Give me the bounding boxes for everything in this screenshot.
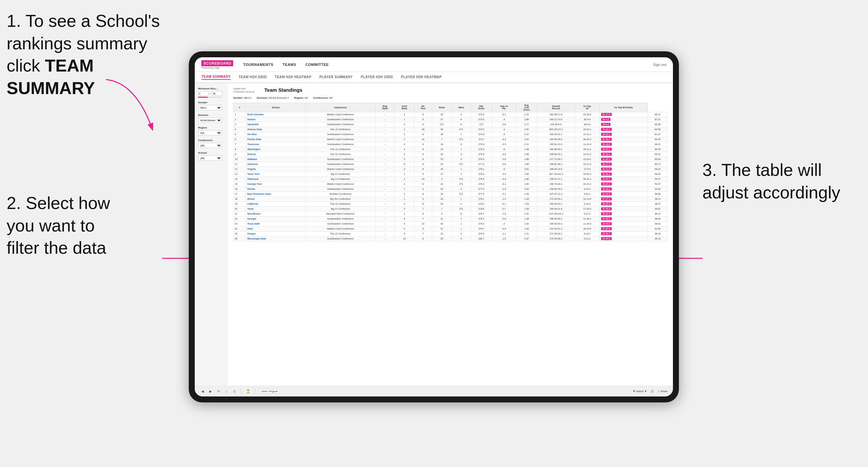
table-cell-10-14: 60.71 bbox=[648, 162, 668, 166]
toolbar-copy-icon[interactable]: ⎙ bbox=[232, 389, 237, 394]
table-cell-22-0: 23 bbox=[234, 221, 246, 226]
table-cell-3-10: 2.52 bbox=[516, 127, 537, 132]
table-cell-25-14: 38.13 bbox=[648, 236, 668, 241]
logo-label: SCOREBOARD bbox=[203, 61, 231, 65]
table-cell-23-10: 1.39 bbox=[516, 226, 537, 231]
score-badge: 23-16-2 bbox=[601, 192, 612, 195]
table-cell-24-11: 271 66-42-1 bbox=[537, 231, 575, 236]
table-title: Team Standings bbox=[264, 87, 302, 93]
table-cell-12-8: 276.0 bbox=[471, 172, 492, 177]
table-cell-18-12: 9-14-0 bbox=[575, 201, 599, 206]
table-cell-4-6: 18 bbox=[432, 132, 452, 137]
toolbar-back-icon[interactable]: ◀ bbox=[200, 389, 205, 394]
table-cell-6-4: 4 bbox=[395, 142, 414, 147]
table-cell-16-7: 271 bbox=[452, 191, 471, 196]
tab-player-h2h-heatmap[interactable]: PLAYER H2H HEATMAP bbox=[401, 75, 442, 80]
division-filter-label: Division: NCAA Division I bbox=[257, 96, 289, 99]
table-cell-1-13: 54-4-0 bbox=[599, 117, 648, 122]
filter-division-select[interactable]: NCAA Division I bbox=[198, 118, 222, 123]
tab-player-summary[interactable]: PLAYER SUMMARY bbox=[319, 75, 353, 80]
table-cell-7-5: 8 bbox=[414, 147, 432, 152]
toolbar-forward-icon[interactable]: ▶ bbox=[208, 389, 213, 394]
table-cell-13-10: 1.80 bbox=[516, 177, 537, 182]
nav-committee[interactable]: COMMITTEE bbox=[305, 63, 329, 67]
table-cell-19-13: 33-38-4 bbox=[599, 206, 648, 211]
tab-team-h2h-heatmap[interactable]: TEAM H2H HEATMAP bbox=[275, 75, 312, 80]
filter-region-label: Region bbox=[198, 126, 224, 129]
view-original-button[interactable]: View: Original bbox=[259, 389, 280, 394]
table-cell-12-6: 27 bbox=[432, 172, 452, 177]
table-row: 9ArizonaPac-12 Conference-28234276.3-4.6… bbox=[234, 152, 668, 157]
toolbar-home-icon[interactable]: ⌂ bbox=[224, 389, 229, 394]
toolbar-sep-2 bbox=[255, 389, 255, 394]
logo-area: SCOREBOARD Powered by clippi bbox=[202, 60, 233, 69]
filter-division-label: Division bbox=[198, 114, 224, 117]
table-cell-1-0: 2 bbox=[234, 117, 246, 122]
main-content: Minimum Rou... – Gender Men's bbox=[195, 83, 673, 386]
table-cell-25-11: 270 60-39-2 bbox=[537, 236, 575, 241]
col-avg-low: Avg.LowScore bbox=[516, 103, 537, 112]
table-cell-20-14: 46.14 bbox=[648, 211, 668, 216]
col-vs-top50-points: Vs Top 50 Points bbox=[599, 103, 648, 112]
table-cell-22-10: 1.30 bbox=[516, 221, 537, 226]
filter-conference-select[interactable]: (All) bbox=[198, 143, 222, 148]
table-cell-6-11: 265 61-21-0 bbox=[537, 142, 575, 147]
toolbar-clock-icon[interactable]: ⏳ bbox=[245, 389, 251, 394]
table-cell-25-8: 280.7 bbox=[471, 236, 492, 241]
table-cell-6-12: 11-19-0 bbox=[575, 142, 599, 147]
score-badge: 63-17-0 bbox=[601, 113, 612, 116]
tab-team-summary[interactable]: TEAM SUMMARY bbox=[202, 75, 230, 80]
table-cell-12-9: -3.5 bbox=[492, 172, 516, 177]
table-row: 13Texas TechBig 12 Conference-19272276.0… bbox=[234, 172, 668, 177]
table-cell-16-6: 24 bbox=[432, 191, 452, 196]
table-cell-20-11: 215 109-24-2 bbox=[537, 211, 575, 216]
nav-tournaments[interactable]: TOURNAMENTS bbox=[243, 63, 273, 67]
filter-min-input[interactable] bbox=[198, 91, 209, 96]
filter-school-select[interactable]: (All) bbox=[198, 155, 222, 161]
table-cell-11-1: Virginia bbox=[246, 166, 306, 172]
table-cell-3-5: 26 bbox=[414, 127, 432, 132]
watch-button[interactable]: 👁 Watch ▼ bbox=[633, 390, 647, 393]
toolbar-refresh-icon[interactable]: ↻ bbox=[216, 389, 221, 394]
filter-max-input[interactable] bbox=[212, 91, 222, 96]
table-cell-10-9: -3.8 bbox=[492, 162, 516, 166]
table-cell-13-1: Oklahoma bbox=[246, 177, 306, 182]
table-cell-22-8: 279.3 bbox=[471, 221, 492, 226]
tab-player-h2h-grid[interactable]: PLAYER H2H GRID bbox=[361, 75, 393, 80]
table-cell-2-6: 271 bbox=[432, 122, 452, 127]
filter-gender-select[interactable]: Men's bbox=[198, 105, 222, 110]
col-avg-to-par: Avg. toPar bbox=[492, 103, 516, 112]
sign-out-link[interactable]: Sign out bbox=[653, 63, 666, 67]
table-cell-10-1: Arkansas bbox=[246, 162, 306, 166]
table-row: 6Florida StateAtlantic Coast Conference-… bbox=[234, 137, 668, 142]
table-cell-10-5: 8 bbox=[414, 162, 432, 166]
table-cell-5-11: 264 95-29-2 bbox=[537, 137, 575, 142]
table-cell-22-4: 9 bbox=[395, 221, 414, 226]
filter-gender: Gender Men's bbox=[198, 101, 224, 110]
table-cell-20-6: 9 bbox=[432, 211, 452, 216]
share-button[interactable]: ⇧ Share bbox=[658, 390, 668, 393]
filter-region-select[interactable]: N/A bbox=[198, 130, 222, 135]
nav-teams[interactable]: TEAMS bbox=[282, 63, 296, 67]
table-cell-13-4: 2 bbox=[395, 177, 414, 182]
table-cell-25-9: -1.8 bbox=[492, 236, 516, 241]
table-cell-8-12: 14-21-0 bbox=[575, 152, 599, 157]
table-cell-8-4: 2 bbox=[395, 152, 414, 157]
table-cell-14-0: 15 bbox=[234, 182, 246, 186]
table-cell-15-4: 7 bbox=[395, 186, 414, 191]
table-cell-8-13: 39-23-1 bbox=[599, 152, 648, 157]
table-cell-2-3: - bbox=[375, 122, 395, 127]
table-cell-4-0: 5 bbox=[234, 132, 246, 137]
toolbar-grid-icon[interactable]: ☷ bbox=[650, 389, 655, 394]
table-cell-24-6: 21 bbox=[432, 231, 452, 236]
tab-team-h2h-grid[interactable]: TEAM H2H GRID bbox=[239, 75, 267, 80]
table-cell-3-9: -4 bbox=[492, 127, 516, 132]
score-badge: 33-44-3 bbox=[601, 222, 612, 225]
table-cell-11-5: 8 bbox=[414, 166, 432, 172]
table-cell-9-6: 23 bbox=[432, 157, 452, 162]
table-cell-0-7: 4 bbox=[452, 112, 471, 117]
col-reg-rank: RegRank bbox=[375, 103, 395, 112]
table-cell-8-9: -4.6 bbox=[492, 152, 516, 157]
table-cell-14-9: -6.2 bbox=[492, 182, 516, 186]
table-cell-20-3: - bbox=[375, 211, 395, 216]
